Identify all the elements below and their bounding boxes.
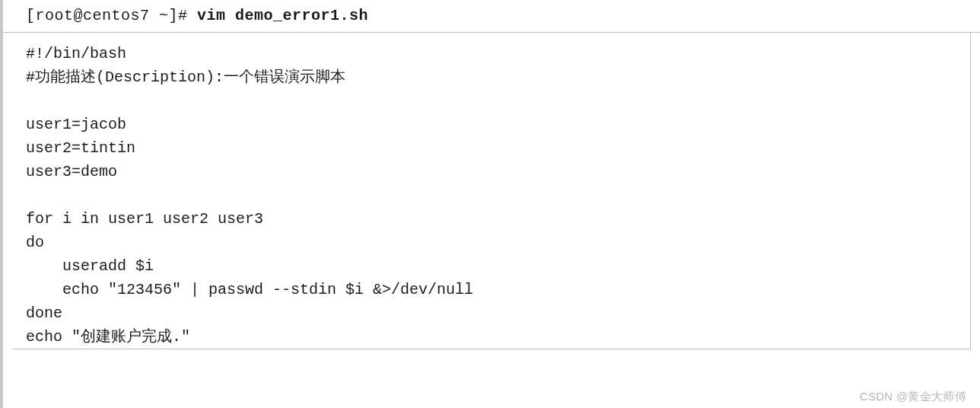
code-line: do (26, 231, 956, 254)
code-line: echo "123456" | passwd --stdin $i &>/dev… (26, 278, 956, 301)
code-line: user2=tintin (26, 136, 956, 160)
shell-command: vim demo_error1.sh (197, 7, 368, 24)
code-line: done (26, 301, 956, 325)
shell-command-line: [root@centos7 ~]# vim demo_error1.sh (3, 0, 980, 33)
watermark-text: CSDN @黄金大师傅 (860, 388, 966, 406)
code-line: #!/bin/bash (26, 42, 956, 65)
code-line: for i in user1 user2 user3 (26, 207, 956, 231)
blank-line (26, 89, 956, 113)
script-code-box: #!/bin/bash #功能描述(Description):一个错误演示脚本 … (12, 33, 971, 349)
code-line: echo "创建账户完成." (26, 325, 956, 349)
code-line: useradd $i (26, 254, 956, 278)
document-container: [root@centos7 ~]# vim demo_error1.sh #!/… (0, 0, 980, 408)
code-line: #功能描述(Description):一个错误演示脚本 (26, 65, 956, 89)
shell-prompt: [root@centos7 ~]# (26, 7, 197, 24)
code-line: user1=jacob (26, 113, 956, 136)
code-line: user3=demo (26, 160, 956, 183)
blank-line (26, 183, 956, 207)
